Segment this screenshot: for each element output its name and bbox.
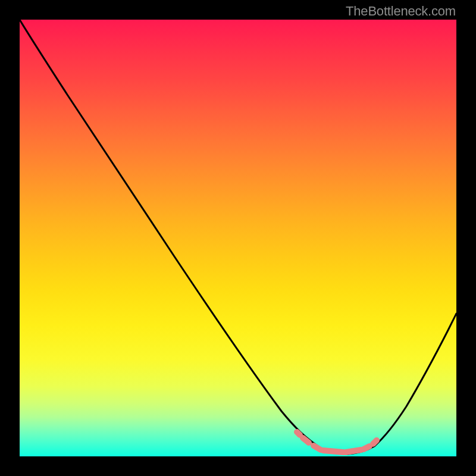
curve-layer xyxy=(20,20,456,456)
chart-frame: TheBottleneck.com xyxy=(0,0,476,476)
watermark-text: TheBottleneck.com xyxy=(346,4,456,19)
optimal-marker xyxy=(297,432,377,452)
plot-area xyxy=(20,20,456,456)
bottleneck-curve xyxy=(20,20,456,454)
